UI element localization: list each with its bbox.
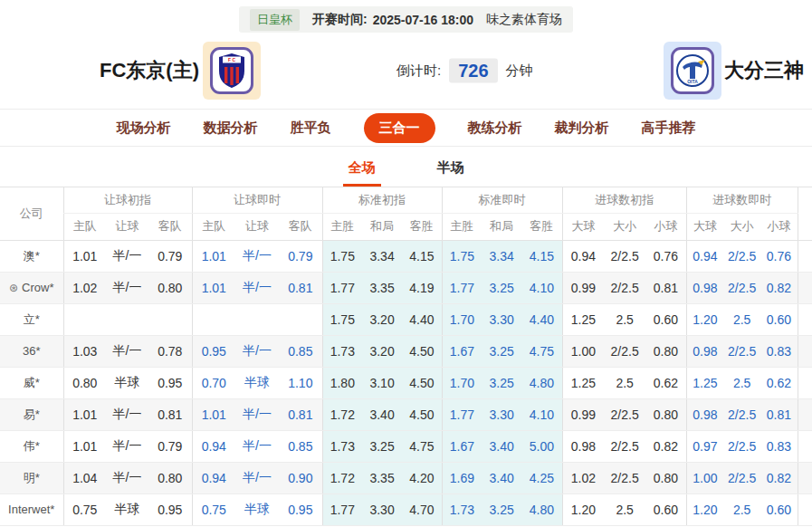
countdown-label: 倒计时:	[396, 62, 441, 80]
tab-expert-picks[interactable]: 高手推荐	[642, 120, 696, 137]
odds-cell: 5.00	[521, 430, 562, 462]
column-header: 标准初指	[322, 187, 442, 213]
odds-cell: 0.80	[63, 367, 106, 398]
odds-cell: 半/一	[106, 398, 148, 430]
odds-cell: 2/2.5	[604, 240, 645, 272]
odds-cell: 1.20	[562, 493, 604, 525]
odds-cell: 0.70	[192, 367, 235, 398]
odds-cell: 半/一	[235, 335, 279, 367]
odds-cell: 0.83	[760, 335, 798, 367]
tab-half-match[interactable]: 半场	[432, 159, 470, 187]
match-info-bar: 日皇杯 开赛时间: 2025-07-16 18:00 味之素体育场	[239, 6, 573, 33]
odds-cell: 2.5	[723, 367, 760, 398]
odds-cell: 0.99	[562, 272, 604, 303]
odds-cell: 半球	[235, 493, 279, 525]
odds-cell: 0.81	[279, 272, 322, 303]
odds-row: 威*0.80半球0.950.70半球1.101.803.104.501.703.…	[0, 367, 812, 398]
odds-cell: 1.01	[63, 240, 106, 272]
odds-row: ⊛Crow*1.02半/一0.801.01半/一0.811.773.354.19…	[0, 272, 812, 303]
odds-table-header: 公司让球初指让球即时标准初指标准即时进球数初指进球数即时主队让球客队主队让球客队…	[0, 187, 812, 240]
odds-cell: 半/一	[235, 430, 279, 462]
column-header: 客队	[279, 213, 322, 240]
odds-row: 伟*1.01半/一0.790.94半/一0.851.733.254.751.67…	[0, 430, 812, 462]
odds-cell: 2.5	[723, 303, 760, 335]
odds-cell: 3.25	[482, 272, 521, 303]
soccer-ball-icon: ⊛	[9, 282, 18, 294]
odds-cell: 4.80	[521, 493, 562, 525]
odds-cell: 半/一	[106, 462, 148, 493]
odds-cell: 半/一	[106, 430, 148, 462]
odds-cell: 1.25	[562, 303, 604, 335]
tab-live-analysis[interactable]: 现场分析	[117, 120, 171, 137]
odds-cell: 0.98	[686, 335, 723, 367]
column-header: 大小	[604, 213, 645, 240]
fc-tokyo-crest-icon: F C	[210, 47, 253, 94]
odds-row: 明*1.04半/一0.800.94半/一0.901.723.354.201.69…	[0, 462, 812, 493]
odds-cell: 2/2.5	[604, 398, 645, 430]
tab-win-draw-lose[interactable]: 胜平负	[291, 120, 331, 137]
odds-cell: 2.5	[604, 493, 645, 525]
odds-cell: 3.30	[362, 493, 402, 525]
odds-cell: 2/2.5	[723, 335, 760, 367]
odds-cell: 3.25	[482, 493, 521, 525]
odds-cell: 0.98	[686, 272, 723, 303]
odds-cell: 0.82	[645, 430, 686, 462]
odds-cell: 3.40	[482, 430, 521, 462]
odds-cell: 0.94	[562, 240, 604, 272]
league-badge: 日皇杯	[250, 9, 300, 31]
company-name: 立*	[0, 303, 63, 335]
odds-cell: 1.00	[686, 462, 723, 493]
odds-cell: 1.02	[562, 462, 604, 493]
odds-cell: 2.5	[723, 493, 760, 525]
odds-cell: 0.60	[760, 493, 798, 525]
odds-cell: 0.62	[760, 367, 798, 398]
column-header: 主队	[63, 213, 106, 240]
odds-table: 公司让球初指让球即时标准初指标准即时进球数初指进球数即时主队让球客队主队让球客队…	[0, 187, 812, 526]
countdown-value: 726	[449, 59, 497, 83]
kickoff-time: 开赛时间: 2025-07-16 18:00	[312, 12, 473, 28]
odds-cell: 1.75	[322, 240, 362, 272]
odds-cell: 0.82	[760, 272, 798, 303]
column-header: 大小	[723, 213, 760, 240]
odds-cell: 4.40	[402, 303, 442, 335]
company-name: 明*	[0, 462, 63, 493]
odds-row: 立*1.753.204.401.703.304.401.252.50.601.2…	[0, 303, 812, 335]
odds-cell	[235, 303, 279, 335]
odds-cell: 4.10	[521, 272, 562, 303]
column-header: 让球	[235, 213, 279, 240]
odds-cell: 0.80	[645, 398, 686, 430]
table-filler-cell	[798, 430, 812, 462]
odds-cell: 半/一	[106, 335, 148, 367]
odds-cell: 4.15	[402, 240, 442, 272]
tab-referee-analysis[interactable]: 裁判分析	[555, 120, 609, 137]
tab-data-analysis[interactable]: 数据分析	[204, 120, 258, 137]
odds-cell: 4.75	[402, 430, 442, 462]
odds-cell: 1.77	[322, 493, 362, 525]
column-header: 客队	[148, 213, 192, 240]
odds-cell: 0.80	[148, 462, 192, 493]
odds-cell: 1.73	[442, 493, 482, 525]
odds-cell: 0.81	[148, 398, 192, 430]
odds-cell: 3.25	[482, 367, 521, 398]
company-name: 伟*	[0, 430, 63, 462]
odds-cell: 0.78	[148, 335, 192, 367]
nav-tabs: 现场分析 数据分析 胜平负 三合一 教练分析 裁判分析 高手推荐	[0, 110, 812, 147]
column-header: 让球即时	[192, 187, 322, 213]
odds-cell: 0.98	[686, 398, 723, 430]
odds-cell: 0.85	[279, 335, 322, 367]
odds-cell: 1.01	[192, 398, 235, 430]
column-header: 和局	[482, 213, 521, 240]
odds-cell: 1.01	[192, 272, 235, 303]
column-header: 进球数初指	[562, 187, 686, 213]
tab-full-match[interactable]: 全场	[343, 159, 381, 187]
tab-three-in-one[interactable]: 三合一	[364, 113, 435, 143]
column-header: 让球	[106, 213, 148, 240]
table-filler-cell	[798, 367, 812, 398]
tab-coach-analysis[interactable]: 教练分析	[468, 120, 522, 137]
odds-cell: 1.80	[322, 367, 362, 398]
odds-cell: 3.20	[362, 335, 402, 367]
period-tabs: 全场 半场	[0, 147, 812, 187]
table-filler-cell	[798, 272, 812, 303]
odds-cell: 0.81	[279, 398, 322, 430]
odds-cell: 3.10	[362, 367, 402, 398]
